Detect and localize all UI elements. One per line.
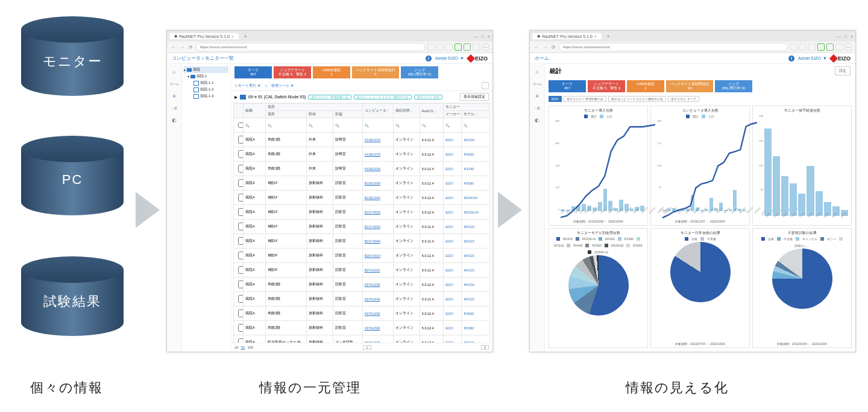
sidebar-alert-icon[interactable]: ◐: [533, 116, 541, 124]
addr-ext-1-icon[interactable]: [790, 43, 797, 51]
window-close-icon[interactable]: ×: [851, 34, 853, 39]
row-checkbox[interactable]: [238, 208, 244, 216]
addr-ext-4-icon[interactable]: [454, 43, 462, 51]
nav-reload-icon[interactable]: ⟳: [187, 44, 193, 50]
model-link[interactable]: MX215: [464, 268, 474, 272]
maker-link[interactable]: EIZO: [445, 153, 453, 156]
computer-link[interactable]: H2TA1040: [365, 297, 380, 301]
admin-tool-link[interactable]: 管理ツール ▼: [271, 83, 294, 89]
row-checkbox[interactable]: [238, 136, 244, 144]
table-row[interactable]: 病院A本館1階外来診察室 H1SE2020 オンライン5.0.11.4 EIZO…: [234, 162, 490, 176]
model-link[interactable]: RX560: [464, 182, 474, 185]
maker-link[interactable]: EIZO: [445, 283, 453, 287]
table-row[interactable]: 病院A本館2階放射線科読影室 H2TA1040 オンライン5.0.11.4 EI…: [234, 292, 490, 306]
tab-close-icon[interactable]: ×: [231, 34, 234, 39]
computer-link[interactable]: H1SE1070: [365, 153, 381, 156]
col-place-group[interactable]: 場所: [266, 104, 362, 111]
nav-back-icon[interactable]: ←: [533, 44, 539, 50]
maker-link[interactable]: EIZO: [445, 312, 453, 315]
window-close-icon[interactable]: ×: [488, 34, 490, 39]
maker-link[interactable]: EIZO: [445, 326, 453, 330]
view-pill[interactable]: 表示コンピュータ モニター接続中のみ: [354, 95, 412, 100]
filter-backlight[interactable]: バックライト長時間点灯34: [666, 80, 713, 92]
maker-link[interactable]: EIZO: [445, 239, 453, 243]
model-link[interactable]: MX215: [464, 225, 474, 229]
col-conn[interactable]: 接続状態…: [393, 104, 420, 118]
maker-link[interactable]: EIZO: [445, 211, 453, 214]
model-link[interactable]: MX241W: [464, 196, 477, 200]
computer-link[interactable]: B2TA1020: [365, 268, 380, 272]
maker-link[interactable]: EIZO: [445, 167, 453, 171]
tree-leaf[interactable]: 病院-1-3: [193, 93, 228, 100]
model-link[interactable]: RX650: [464, 153, 474, 156]
sidebar-home-icon[interactable]: ⌂: [170, 68, 178, 76]
view-pill[interactable]: 表示タスク 全件: [414, 95, 442, 100]
computer-link[interactable]: H1SE1010: [365, 138, 381, 142]
model-link[interactable]: MX216: [464, 283, 474, 287]
browser-menu-icon[interactable]: ⋯: [844, 43, 852, 51]
computer-link[interactable]: B1SY0020: [365, 211, 380, 214]
maker-link[interactable]: EIZO: [445, 225, 453, 229]
addr-ext-3-icon[interactable]: [808, 43, 816, 51]
row-checkbox[interactable]: [238, 295, 244, 303]
addr-ext-5-icon[interactable]: [826, 43, 834, 51]
sub-pill[interactable]: 表示コンピュータ モニター接続中のみ: [608, 96, 666, 102]
row-checkbox[interactable]: [238, 223, 244, 230]
table-row[interactable]: 病院AB館2F放射線科読影室 B2TA1020 オンライン5.0.11.4 EI…: [234, 263, 490, 277]
table-row[interactable]: 病院AB館1F放射線科読影室 B1SE2040 オンライン5.0.12.4 EI…: [234, 191, 490, 205]
settings-button[interactable]: 設定: [835, 66, 851, 75]
table-row[interactable]: 病院AB館1F放射線科読影室 B1SY0040 オンライン5.0.11.4 EI…: [234, 234, 490, 249]
nav-forward-icon[interactable]: →: [542, 44, 548, 50]
user-badge[interactable]: Admin EIZO ▼: [435, 56, 464, 60]
table-row[interactable]: 病院A本館2階放射線科読影室 H2TA1060 オンライン5.0.12.4 EI…: [234, 321, 490, 335]
addr-ext-6-icon[interactable]: [473, 43, 480, 51]
computer-link[interactable]: B2SY0010: [365, 254, 380, 258]
model-link[interactable]: MX215: [464, 239, 474, 243]
row-checkbox[interactable]: [238, 280, 244, 288]
model-link[interactable]: RX360: [464, 326, 474, 330]
sidebar-list-icon[interactable]: ≡: [170, 92, 178, 100]
addr-ext-1-icon[interactable]: [427, 43, 435, 51]
maker-link[interactable]: EIZO: [445, 254, 453, 258]
view-pill[interactable]: 表示モニター 管理対象のみ: [308, 95, 351, 100]
window-minimize-icon[interactable]: —: [474, 34, 478, 39]
table-row[interactable]: 病院A本館2階放射線科読影室 H2TA1050 オンライン5.0.12.4 EI…: [234, 306, 490, 321]
sidebar-alert-icon[interactable]: ◐: [170, 116, 178, 124]
browser-tab[interactable]: ◆ RadiNET Pro Version 5.1.0 ×: [169, 33, 239, 39]
window-minimize-icon[interactable]: —: [837, 34, 841, 39]
url-input[interactable]: https://xxxxx.com/xxxxx/xxxx/: [196, 43, 425, 51]
filter-alert[interactable]: ジョブアラート不合格 5、警告 3: [588, 80, 625, 92]
tree-node[interactable]: ▾ 病院-1: [187, 73, 228, 80]
filter-all[interactable]: すべて457: [549, 80, 586, 92]
row-checkbox[interactable]: [238, 150, 244, 158]
new-tab-button[interactable]: +: [605, 34, 611, 39]
model-link[interactable]: RX560: [464, 312, 474, 315]
computer-link[interactable]: H2TA1050: [365, 312, 380, 315]
addr-ext-5-icon[interactable]: [464, 43, 471, 51]
browser-tab[interactable]: ◆ RadiNET Pro Version 5.1.0 ×: [532, 33, 602, 39]
sub-pill[interactable]: 表示モデル すべて: [668, 96, 699, 102]
window-maximize-icon[interactable]: □: [844, 34, 847, 39]
table-row[interactable]: 病院AB館2F放射線科読影室 B2SY0010 オンライン5.0.11.4 EI…: [234, 249, 490, 263]
computer-link[interactable]: B1SY0040: [365, 239, 380, 243]
info-icon[interactable]: i: [788, 55, 794, 62]
nav-forward-icon[interactable]: →: [179, 44, 185, 50]
computer-link[interactable]: B1SE2040: [365, 196, 380, 200]
maker-link[interactable]: EIZO: [445, 138, 453, 142]
addr-ext-2-icon[interactable]: [799, 43, 807, 51]
row-checkbox[interactable]: [238, 338, 244, 343]
table-row[interactable]: 病院AB館1F放射線科読影室 B1SY0030 オンライン5.0.11.4 EI…: [234, 220, 490, 234]
computer-link[interactable]: H2TA1060: [365, 326, 380, 330]
page-total[interactable]: 2: [481, 345, 489, 350]
maker-link[interactable]: EIZO: [445, 196, 453, 200]
computer-link[interactable]: H2TA1030: [365, 283, 380, 287]
pagesize-50[interactable]: 50: [241, 346, 245, 349]
info-icon[interactable]: i: [426, 55, 432, 62]
row-checkbox[interactable]: [238, 237, 244, 245]
computer-link[interactable]: B1SE2030: [365, 182, 380, 185]
maker-link[interactable]: EIZO: [445, 297, 453, 301]
row-checkbox[interactable]: [238, 309, 244, 317]
col-dept[interactable]: 部署: [306, 111, 333, 118]
remote-tool-link[interactable]: リモート実行 ▼: [234, 83, 261, 89]
col-org[interactable]: 組織: [244, 104, 266, 118]
